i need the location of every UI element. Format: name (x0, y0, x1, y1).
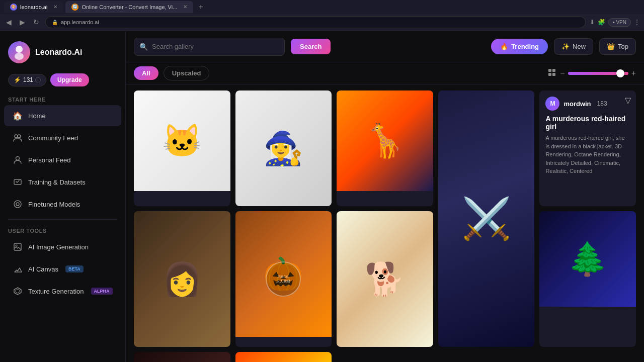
edit-icon-btn-10[interactable]: ✏ (308, 355, 317, 362)
svg-rect-14 (548, 73, 551, 76)
sidebar-item-texture[interactable]: Texture Generation ALPHA (4, 281, 121, 302)
edit-icon-btn[interactable]: ✏ (207, 94, 216, 102)
svg-point-6 (14, 201, 21, 208)
sidebar-item-training[interactable]: Training & Datasets (4, 171, 121, 193)
menu-button[interactable]: ⋮ (634, 19, 640, 26)
top-button[interactable]: 👑 Top (599, 38, 636, 55)
sidebar-item-home[interactable]: 🏠 Home (4, 105, 121, 126)
edit-icon-btn-6[interactable]: ✏ (308, 214, 317, 223)
gallery-item-cat[interactable]: 🐱 ⊞ ✏ ⤢ (134, 90, 230, 206)
tab-label-leonardo: leonardo.ai (20, 4, 47, 10)
remix-icon-btn-6[interactable]: ⊞ (297, 214, 306, 223)
info-card-save-button[interactable]: ▽ (625, 96, 631, 105)
browser-chrome: 🎨 leonardo.ai ✕ 🔄 Online Converter - Con… (0, 0, 644, 31)
sidebar-label-ai-canvas: AI Canvas (28, 265, 58, 273)
gallery-item-chihuahua[interactable]: 🐕 ⊞ ✏ ⤢ (337, 211, 433, 347)
gallery-item-monkey[interactable]: 🐒 ⊞ ✏ ⤢ (235, 352, 332, 362)
tab-close-converter[interactable]: ✕ (183, 4, 187, 10)
search-input[interactable] (152, 43, 279, 50)
gallery-item-pumpkins[interactable]: 🎃 ⊞ ✏ ⤢ RRCG人人素材 (235, 211, 332, 347)
ai-image-icon (12, 241, 23, 252)
expand-icon-btn-9[interactable]: ⤢ (218, 355, 227, 362)
address-bar[interactable]: 🔒 app.leonardo.ai (45, 16, 586, 28)
tab-leonardo[interactable]: 🎨 leonardo.ai ✕ (4, 1, 63, 13)
zoom-out-button[interactable]: − (560, 69, 565, 78)
zoom-slider[interactable]: − + (560, 69, 636, 78)
zoom-in-button[interactable]: + (631, 69, 636, 78)
personal-feed-icon (12, 154, 23, 165)
remix-icon-btn-9[interactable]: ⊞ (196, 355, 205, 362)
remix-icon-btn-10[interactable]: ⊞ (297, 355, 306, 362)
forward-button[interactable]: ▶ (18, 16, 27, 28)
training-icon (12, 176, 23, 188)
search-button[interactable]: Search (291, 39, 331, 54)
new-tab-button[interactable]: + (195, 2, 206, 13)
alpha-badge: ALPHA (91, 288, 113, 295)
remix-icon-btn-2[interactable]: ⊞ (297, 94, 306, 102)
edit-icon-btn-3[interactable]: ✏ (410, 94, 419, 102)
extensions-button[interactable]: 🧩 (598, 19, 605, 26)
sidebar-section-start: Start Here (0, 93, 125, 105)
edit-icon-btn-2[interactable]: ✏ (308, 94, 317, 102)
trending-button[interactable]: 🔥 Trending (491, 39, 548, 54)
expand-icon-btn[interactable]: ⤢ (218, 94, 227, 102)
tab-icon-leonardo: 🎨 (10, 4, 17, 11)
download-button[interactable]: ⬇ (590, 19, 595, 26)
sidebar-item-community-feed[interactable]: Community Feed (4, 127, 121, 148)
sidebar-item-personal-feed[interactable]: Personal Feed (4, 149, 121, 170)
sidebar-user-info: ⚡ 131 ⓘ Upgrade (0, 71, 125, 93)
sidebar-section-tools: User Tools (0, 224, 125, 236)
expand-icon-btn-6[interactable]: ⤢ (319, 214, 329, 223)
back-button[interactable]: ◀ (4, 16, 14, 28)
gallery-item-witch[interactable]: 🧙‍♀️ ⊞ ✏ ⤢ (235, 90, 332, 206)
expand-icon-btn-3[interactable]: ⤢ (421, 94, 430, 102)
edit-icon-btn-8[interactable]: ✏ (613, 214, 622, 223)
gallery-item-forest[interactable]: 🌲 ⊞ ✏ ⤢ (539, 211, 636, 347)
edit-icon-btn-4[interactable]: ✏ (511, 94, 520, 102)
sidebar-item-ai-canvas[interactable]: AI Canvas BETA (4, 258, 121, 280)
remix-icon-btn[interactable]: ⊞ (196, 94, 205, 102)
edit-icon-btn-7[interactable]: ✏ (410, 214, 419, 223)
grid-view-button[interactable] (548, 68, 556, 78)
edit-icon-btn-9[interactable]: ✏ (207, 355, 216, 362)
expand-icon-btn-5[interactable]: ⤢ (218, 214, 227, 223)
svg-point-7 (16, 203, 19, 206)
remix-icon-btn-8[interactable]: ⊞ (602, 214, 611, 223)
tab-close-leonardo[interactable]: ✕ (53, 4, 57, 10)
remix-icon-btn-7[interactable]: ⊞ (399, 214, 408, 223)
edit-icon-btn-5[interactable]: ✏ (207, 214, 216, 223)
expand-icon-btn-4[interactable]: ⤢ (522, 94, 531, 102)
home-icon: 🏠 (12, 110, 23, 121)
gallery-grid: 🐱 ⊞ ✏ ⤢ 🧙‍♀️ ⊞ ✏ ⤢ (134, 90, 636, 362)
info-card-count: 183 (597, 100, 607, 107)
new-button[interactable]: ✨ New (554, 38, 593, 55)
sidebar: Leonardo.Ai ⚡ 131 ⓘ Upgrade Start Here 🏠… (0, 31, 126, 362)
search-bar[interactable]: 🔍 (134, 38, 285, 56)
svg-marker-10 (14, 288, 21, 295)
upgrade-button[interactable]: Upgrade (50, 73, 89, 86)
sidebar-label-training: Training & Datasets (28, 178, 86, 186)
svg-point-2 (15, 135, 18, 138)
sidebar-item-ai-image[interactable]: AI Image Generation (4, 236, 121, 257)
info-card-description: A murderous red-haired girl, she is dres… (545, 134, 630, 175)
filter-all-button[interactable]: All (134, 66, 158, 80)
expand-icon-btn-8[interactable]: ⤢ (624, 214, 633, 223)
remix-icon-btn-5[interactable]: ⊞ (196, 214, 205, 223)
expand-icon-btn-7[interactable]: ⤢ (421, 214, 430, 223)
filter-upscaled-button[interactable]: Upscaled (164, 66, 210, 80)
svg-point-1 (15, 53, 24, 60)
expand-icon-btn-2[interactable]: ⤢ (319, 94, 329, 102)
sidebar-item-finetuned[interactable]: Finetuned Models (4, 194, 121, 215)
new-label: New (573, 43, 586, 50)
remix-icon-btn-3[interactable]: ⊞ (399, 94, 408, 102)
remix-icon-btn-4[interactable]: ⊞ (500, 94, 509, 102)
gallery-item-warrior[interactable]: ⚔️ ⊞ ✏ ⤢ (438, 90, 535, 347)
gallery-item-giraffe[interactable]: 🦒 ⊞ ✏ ⤢ (337, 90, 433, 206)
expand-icon-btn-10[interactable]: ⤢ (319, 355, 329, 362)
gallery-item-red-haired[interactable]: 👩‍🦰 ⊞ ✏ ⤢ (134, 352, 230, 362)
tab-label-converter: Online Converter - Convert Image, Vi... (82, 4, 177, 10)
gallery-item-woman[interactable]: 👩 ⊞ ✏ ⤢ (134, 211, 230, 347)
lock-icon: 🔒 (52, 20, 58, 25)
reload-button[interactable]: ↻ (31, 16, 41, 28)
tab-converter[interactable]: 🔄 Online Converter - Convert Image, Vi..… (65, 1, 193, 13)
